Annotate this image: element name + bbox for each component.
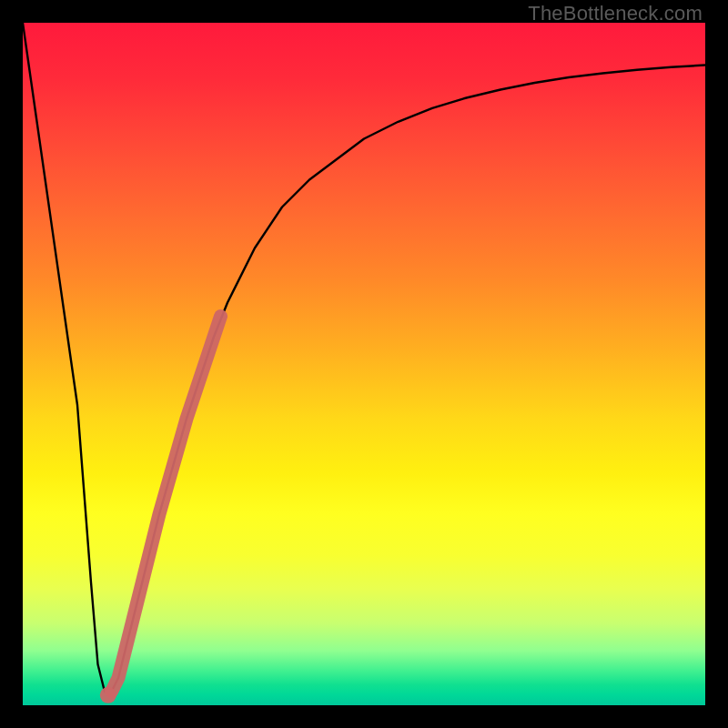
plot-area bbox=[23, 23, 705, 705]
bottleneck-curve bbox=[23, 23, 705, 692]
chart-svg bbox=[23, 23, 705, 705]
chart-frame: TheBottleneck.com bbox=[0, 0, 728, 728]
highlighted-segment bbox=[112, 317, 221, 693]
watermark-text: TheBottleneck.com bbox=[528, 2, 703, 25]
min-marker bbox=[100, 687, 116, 703]
